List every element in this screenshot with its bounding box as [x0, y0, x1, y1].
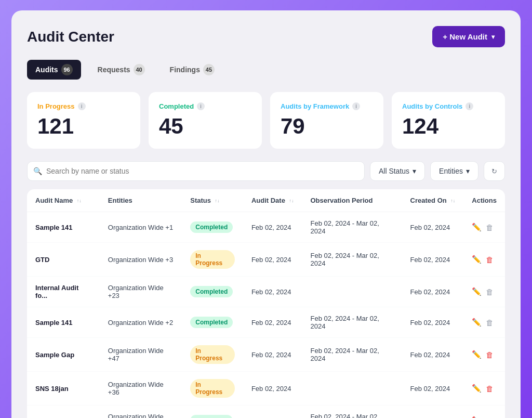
- cell-observation-0: Feb 02, 2024 - Mar 02, 2024: [302, 212, 402, 243]
- tab-requests[interactable]: Requests 40: [89, 60, 153, 80]
- edit-icon-3[interactable]: ✏️: [472, 318, 482, 327]
- cell-created-on-4: Feb 02, 2024: [402, 338, 464, 372]
- sort-status: ↑↓: [215, 199, 220, 203]
- cell-created-on-0: Feb 02, 2024: [402, 212, 464, 243]
- stat-info-in-progress[interactable]: i: [78, 102, 86, 110]
- delete-icon-3[interactable]: 🗑: [486, 318, 494, 327]
- audit-table: Audit Name ↑↓ Entities Status ↑↓ Audit D…: [27, 189, 505, 418]
- all-status-label: All Status: [379, 167, 409, 175]
- tabs-row: Audits 96 Requests 40 Findings 45: [27, 60, 505, 80]
- search-icon: 🔍: [33, 167, 42, 175]
- col-status[interactable]: Status ↑↓: [182, 189, 243, 212]
- cell-status-0: Completed: [182, 212, 243, 243]
- cell-status-3: Completed: [182, 307, 243, 338]
- col-actions: Actions: [463, 189, 505, 212]
- page-title: Audit Center: [27, 29, 114, 45]
- cell-actions-5: ✏️ 🗑: [463, 372, 505, 406]
- cell-status-4: In Progress: [182, 338, 243, 372]
- cell-actions-0: ✏️ 🗑: [463, 212, 505, 243]
- table-row: Sample 141 Organization Wide +36 Complet…: [27, 406, 505, 418]
- stat-info-by-controls[interactable]: i: [466, 102, 473, 110]
- cell-status-5: In Progress: [182, 372, 243, 406]
- stat-value-completed: 45: [159, 114, 251, 138]
- entities-label: Entities: [439, 167, 463, 175]
- stat-info-by-framework[interactable]: i: [352, 102, 360, 110]
- cell-audit-date-6: Feb 02, 2024: [243, 406, 302, 418]
- main-container: Audit Center + New Audit ▾ Audits 96 Req…: [11, 10, 521, 418]
- tab-audits[interactable]: Audits 96: [27, 60, 81, 80]
- cell-audit-date-5: Feb 02, 2024: [243, 372, 302, 406]
- edit-icon-6[interactable]: ✏️: [472, 416, 482, 418]
- cell-entities-3: Organization Wide +2: [100, 307, 182, 338]
- tab-findings-label: Findings: [170, 66, 200, 74]
- cell-observation-4: Feb 02, 2024 - Mar 02, 2024: [302, 338, 402, 372]
- cell-created-on-2: Feb 02, 2024: [402, 277, 464, 307]
- sort-created-on: ↑↓: [450, 199, 455, 203]
- page-header: Audit Center + New Audit ▾: [27, 26, 505, 47]
- sort-audit-date: ↑↓: [289, 199, 294, 203]
- stat-label-by-framework: Audits by Framework: [281, 102, 349, 110]
- col-created-on[interactable]: Created On ↑↓: [402, 189, 464, 212]
- table-header-row: Audit Name ↑↓ Entities Status ↑↓ Audit D…: [27, 189, 505, 212]
- entities-filter[interactable]: Entities ▾: [430, 161, 478, 181]
- col-audit-name[interactable]: Audit Name ↑↓: [27, 189, 100, 212]
- cell-audit-date-1: Feb 02, 2024: [243, 243, 302, 277]
- cell-audit-name-0: Sample 141: [27, 212, 100, 243]
- stat-info-completed[interactable]: i: [197, 102, 205, 110]
- stat-label-completed: Completed: [159, 102, 194, 110]
- refresh-button[interactable]: ↻: [484, 161, 505, 181]
- cell-status-6: Completed: [182, 406, 243, 418]
- cell-entities-1: Organization Wide +3: [100, 243, 182, 277]
- search-wrapper: 🔍: [27, 161, 365, 181]
- edit-icon-1[interactable]: ✏️: [472, 255, 482, 264]
- stats-grid: In Progress i 121 Completed i 45 Audits …: [27, 92, 505, 149]
- edit-icon-0[interactable]: ✏️: [472, 223, 482, 232]
- new-audit-button[interactable]: + New Audit ▾: [432, 26, 505, 47]
- cell-audit-name-3: Sample 141: [27, 307, 100, 338]
- all-status-filter[interactable]: All Status ▾: [370, 161, 425, 181]
- table-row: Sample Gap Organization Wide +47 In Prog…: [27, 338, 505, 372]
- entities-chevron: ▾: [466, 167, 470, 175]
- cell-observation-5: [302, 372, 402, 406]
- table-row: GTD Organization Wide +3 In Progress Feb…: [27, 243, 505, 277]
- col-audit-date[interactable]: Audit Date ↑↓: [243, 189, 302, 212]
- refresh-icon: ↻: [491, 167, 497, 175]
- stat-value-in-progress: 121: [37, 114, 130, 138]
- stat-card-by-framework: Audits by Framework i 79: [270, 92, 383, 149]
- stat-label-in-progress: In Progress: [37, 102, 75, 110]
- cell-audit-date-3: Feb 02, 2024: [243, 307, 302, 338]
- search-input[interactable]: [27, 161, 365, 181]
- tab-audits-label: Audits: [35, 66, 58, 74]
- col-entities: Entities: [100, 189, 182, 212]
- cell-audit-date-2: Feb 02, 2024: [243, 277, 302, 307]
- edit-icon-2[interactable]: ✏️: [472, 287, 482, 296]
- tab-audits-badge: 96: [61, 64, 73, 75]
- cell-actions-1: ✏️ 🗑: [463, 243, 505, 277]
- cell-entities-2: Organization Wide +23: [100, 277, 182, 307]
- stat-card-by-controls: Audits by Controls i 124: [392, 92, 505, 149]
- audit-table-wrap: Audit Name ↑↓ Entities Status ↑↓ Audit D…: [27, 189, 505, 418]
- delete-icon-5[interactable]: 🗑: [486, 384, 494, 393]
- tab-findings-badge: 45: [203, 64, 215, 75]
- edit-icon-5[interactable]: ✏️: [472, 384, 482, 393]
- tab-findings[interactable]: Findings 45: [162, 60, 223, 80]
- edit-icon-4[interactable]: ✏️: [472, 350, 482, 359]
- cell-audit-name-6: Sample 141: [27, 406, 100, 418]
- sort-audit-name: ↑↓: [77, 199, 82, 203]
- stat-label-by-controls: Audits by Controls: [402, 102, 462, 110]
- delete-icon-4[interactable]: 🗑: [486, 350, 494, 359]
- cell-actions-4: ✏️ 🗑: [463, 338, 505, 372]
- delete-icon-1[interactable]: 🗑: [486, 255, 494, 264]
- cell-audit-date-4: Feb 02, 2024: [243, 338, 302, 372]
- cell-status-1: In Progress: [182, 243, 243, 277]
- delete-icon-2[interactable]: 🗑: [486, 288, 494, 296]
- cell-status-2: Completed: [182, 277, 243, 307]
- cell-observation-6: Feb 02, 2024 - Mar 02, 2024: [302, 406, 402, 418]
- cell-created-on-6: Feb 02, 2024: [402, 406, 464, 418]
- cell-audit-name-4: Sample Gap: [27, 338, 100, 372]
- cell-entities-6: Organization Wide +36: [100, 406, 182, 418]
- cell-observation-1: Feb 02, 2024 - Mar 02, 2024: [302, 243, 402, 277]
- cell-actions-2: ✏️ 🗑: [463, 277, 505, 307]
- cell-created-on-5: Feb 02, 2024: [402, 372, 464, 406]
- delete-icon-0[interactable]: 🗑: [486, 223, 494, 232]
